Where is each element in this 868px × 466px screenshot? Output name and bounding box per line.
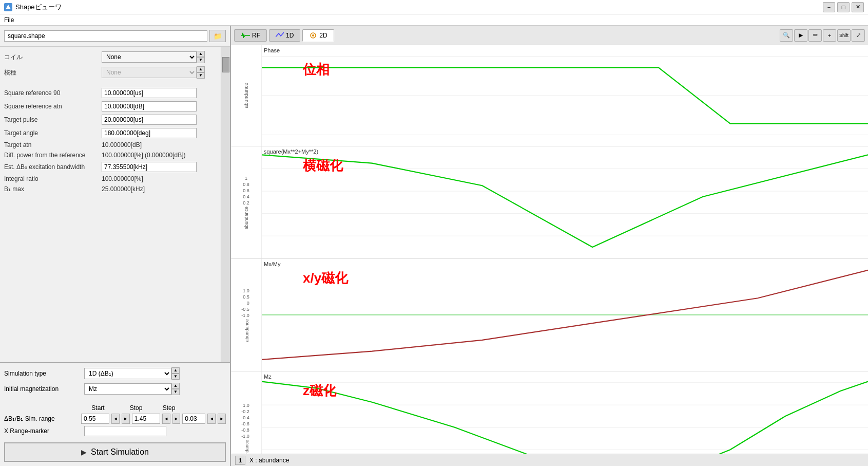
expand-tool[interactable]: ⤢ <box>852 29 865 42</box>
transverse-svg <box>262 146 868 258</box>
param-value-7: 100.000000[%] <box>102 175 217 182</box>
sim-type-spinners: ▲ ▼ <box>171 367 180 380</box>
range-start-input[interactable] <box>81 414 109 424</box>
xrange-input[interactable] <box>84 426 166 436</box>
file-menu[interactable]: File <box>4 16 14 24</box>
coil-spin-down[interactable]: ▼ <box>197 57 205 63</box>
param-row-7: Integral ratio 100.000000[%] <box>4 175 217 182</box>
mxmy-y0: 0 <box>247 301 249 306</box>
transverse-chart-content: square(Mx**2+My**2) 横磁化 <box>262 146 868 258</box>
tab-2d-label: 2D <box>319 32 327 39</box>
coil-spin-up[interactable]: ▲ <box>197 51 205 57</box>
sim-type-select-wrap: 1D (ΔB₁) ▲ ▼ <box>84 367 180 380</box>
tab-rf[interactable]: RF <box>234 29 267 42</box>
mz-y08: -0.2 <box>241 409 249 414</box>
title-bar-controls[interactable]: − □ ✕ <box>823 2 864 12</box>
file-section: 📁 <box>0 26 230 47</box>
params-scrollbar[interactable] <box>221 47 230 362</box>
mxmy-svg <box>262 259 868 371</box>
range-stop-input[interactable] <box>132 414 160 424</box>
nucleus-select[interactable]: None <box>102 67 197 78</box>
left-panel: 📁 コイル None ▲ ▼ <box>0 26 231 466</box>
param-row-6: Est. ΔB₀ excitation bandwidth <box>4 162 217 172</box>
transverse-chart-label: square(Mx**2+My**2) <box>264 148 318 155</box>
toolbar-tools: 🔍 ▶ ✏ + Shift ⤢ <box>780 29 865 42</box>
range-stop-left-btn[interactable]: ◄ <box>162 414 170 424</box>
param-label-3: Target angle <box>4 129 102 137</box>
param-value-4: 10.000000[dB] <box>102 141 217 148</box>
shift-tool[interactable]: Shift <box>837 29 851 42</box>
param-input-0[interactable] <box>102 88 197 98</box>
range-stop-header: Stop <box>118 404 154 412</box>
scroll-thumb[interactable] <box>222 57 229 72</box>
sim-mag-label: Initial magnetization <box>4 385 81 393</box>
sim-mag-spin-down[interactable]: ▼ <box>171 389 180 395</box>
close-button[interactable]: ✕ <box>852 2 864 12</box>
param-row-4: Target atn 10.000000[dB] <box>4 141 217 148</box>
draw-tool[interactable]: ✏ <box>808 29 822 42</box>
param-input-1[interactable] <box>102 101 197 111</box>
nucleus-spin-up[interactable]: ▲ <box>197 66 205 72</box>
sim-type-spin-down[interactable]: ▼ <box>171 374 180 380</box>
menu-bar: File <box>0 14 868 26</box>
nucleus-spin-down[interactable]: ▼ <box>197 72 205 79</box>
tab-2d[interactable]: 2D <box>302 29 334 42</box>
transverse-y-02: 0.2 <box>243 200 249 206</box>
transverse-y-top: 1 <box>245 176 247 181</box>
x-axis-label: X : abundance <box>249 457 289 464</box>
plus-tool[interactable]: + <box>823 29 836 42</box>
start-simulation-button[interactable]: ▶ Start Simulation <box>4 442 226 462</box>
maximize-button[interactable]: □ <box>837 2 850 12</box>
sim-type-select[interactable]: 1D (ΔB₁) <box>84 368 171 379</box>
transverse-chart-pane: 1 0.8 0.6 0.4 0.2 abundance square(Mx**2… <box>231 146 868 259</box>
sim-mag-row: Initial magnetization Mz ▲ ▼ <box>4 383 226 395</box>
sim-type-label: Simulation type <box>4 370 81 377</box>
range-stop-right-btn[interactable]: ► <box>172 414 181 424</box>
file-browse-button[interactable]: 📁 <box>209 30 226 42</box>
tab-1d-label: 1D <box>286 32 294 39</box>
coil-select[interactable]: None <box>102 51 197 63</box>
coil-spinners: ▲ ▼ <box>197 51 205 63</box>
xrange-row: X Range-marker <box>4 426 226 436</box>
range-step-left-btn[interactable]: ◄ <box>207 414 216 424</box>
range-step-input[interactable] <box>182 414 205 424</box>
main-container: 📁 コイル None ▲ ▼ <box>0 26 868 466</box>
sim-type-spin-up[interactable]: ▲ <box>171 367 180 374</box>
mxmy-y1: 1.0 <box>243 288 249 293</box>
mz-chart-content: Mz z磁化 0.6 0.7 0.8 <box>262 371 868 454</box>
minimize-button[interactable]: − <box>823 2 835 12</box>
1d-icon <box>276 32 284 39</box>
mxmy-y-label: abundance <box>244 319 249 342</box>
mz-y-axis: 1.0 -0.2 -0.4 -0.6 -0.8 -1.0 abundance <box>231 371 262 454</box>
title-bar: Shapeビューワ − □ ✕ <box>0 0 868 14</box>
nucleus-label: 核種 <box>4 68 102 77</box>
phase-chart-content: Phase 位相 <box>262 45 868 146</box>
file-input[interactable] <box>4 30 207 42</box>
param-label-2: Target pulse <box>4 116 102 123</box>
range-section: Start Stop Step ΔB₁/B₁ Sim. range ◄ ► ◄ … <box>0 402 230 438</box>
nucleus-spinners: ▲ ▼ <box>197 66 205 79</box>
mxmy-ym05: -0.5 <box>241 307 249 312</box>
param-label-8: B₁ max <box>4 185 102 193</box>
mz-y1: 1.0 <box>243 403 249 408</box>
mxmy-y-ticks: 1.0 0.5 0 -0.5 -1.0 abundance <box>241 288 251 342</box>
phase-y-axis: abundance <box>231 45 262 146</box>
param-input-2[interactable] <box>102 115 197 125</box>
mz-y-label: abundance <box>244 440 249 454</box>
coil-label: コイル <box>4 53 102 62</box>
range-start-left-btn[interactable]: ◄ <box>111 414 120 424</box>
range-start-right-btn[interactable]: ► <box>122 414 130 424</box>
range-main-label: ΔB₁/B₁ Sim. range <box>4 415 79 422</box>
sim-mag-select[interactable]: Mz <box>84 383 171 395</box>
zoom-tool[interactable]: 🔍 <box>780 29 793 42</box>
range-step-right-btn[interactable]: ► <box>218 414 226 424</box>
sim-mag-spin-up[interactable]: ▲ <box>171 383 180 389</box>
mz-chart-pane: 1.0 -0.2 -0.4 -0.6 -0.8 -1.0 abundance M… <box>231 371 868 454</box>
param-input-6[interactable] <box>102 162 197 172</box>
param-input-3[interactable] <box>102 128 197 138</box>
tab-rf-label: RF <box>252 32 260 39</box>
title-bar-left: Shapeビューワ <box>4 3 62 12</box>
cursor-tool[interactable]: ▶ <box>794 29 807 42</box>
tab-1d[interactable]: 1D <box>269 29 300 42</box>
app-title: Shapeビューワ <box>15 3 62 12</box>
